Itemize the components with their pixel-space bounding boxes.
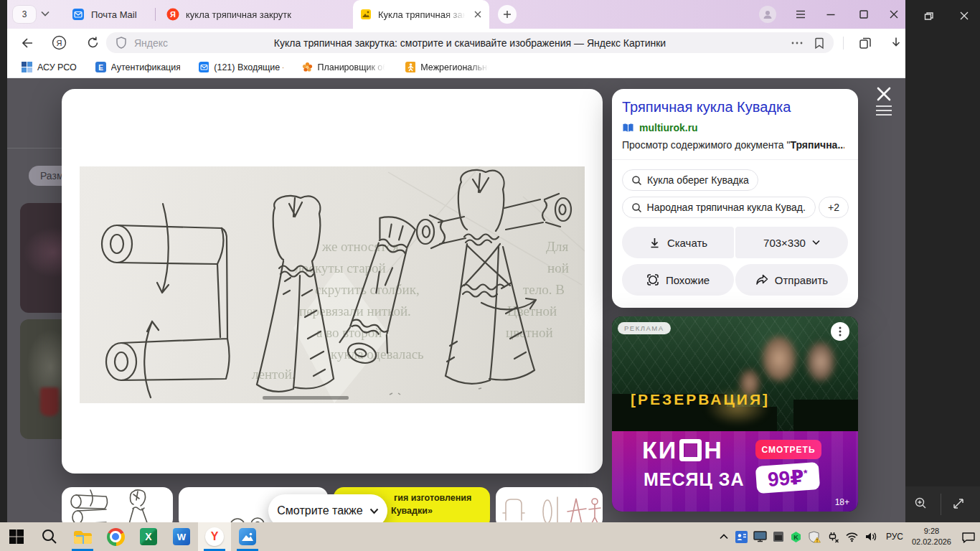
restore-window-icon[interactable] [923,10,934,22]
share-button[interactable]: Отправить [735,264,848,296]
browser-menu-icon[interactable] [795,9,806,20]
new-tab-button[interactable] [498,5,517,24]
image-title-link[interactable]: Тряпичная кукла Кувадка [622,99,791,116]
collections-icon[interactable] [858,36,872,50]
image-info-panel: Тряпичная кукла Кувадка multiurok.ru Про… [612,89,858,308]
svg-text:Е: Е [98,64,103,72]
ad-movie-poster: РЕКЛАМА [РЕЗЕРВАЦИЯ] [612,316,858,431]
close-tab-icon[interactable] [473,10,482,19]
wifi-icon[interactable] [845,532,859,542]
taskbar-word[interactable]: W [165,522,198,551]
kaspersky-icon[interactable]: K [790,531,802,543]
clock[interactable]: 9:28 02.02.2026 [912,526,951,547]
yandex-icon: Я [166,8,179,21]
close-window-icon-background-app[interactable] [958,10,970,22]
divider [941,494,941,515]
tab-images-active[interactable]: Кукла тряпичная закру [353,0,489,29]
bookmark-planner[interactable]: Планировщик об [302,62,387,72]
bookmarks-bar: АСУ РСО Е Аутентификация (121) Входящие … [7,57,905,78]
source-site-link[interactable]: multiurok.ru [622,122,698,133]
ad-price-badge: 99₽* [755,462,820,494]
ad-menu-kebab-icon[interactable] [831,322,849,341]
power-plug-icon[interactable] [826,531,839,543]
url-bar[interactable]: Яндекс Кукла тряпичная закрутка: смотрит… [106,32,834,53]
ad-watch-button[interactable]: СМОТРЕТЬ [755,440,821,459]
fullscreen-expand-icon[interactable] [951,496,966,511]
speaker-icon[interactable] [864,531,877,542]
taskbar-yandex-browser[interactable]: Y [198,522,231,551]
language-indicator[interactable]: РУС [886,532,903,542]
download-button[interactable]: Скачать [622,227,734,258]
tray-display-icon[interactable] [753,531,767,542]
toolbar-divider [843,37,844,50]
minimize-window-icon[interactable] [825,9,837,20]
profile-avatar-icon[interactable] [759,6,776,23]
related-query-chip[interactable]: Кукла оберег Кувадка [622,169,758,191]
tray-contact-app-icon[interactable] [735,531,748,543]
sketch-step1-scroll [102,204,230,397]
yandex-browser-icon[interactable]: Я [52,35,67,50]
related-thumbnail[interactable] [62,487,173,522]
main-image-card: же относятся Для лоскуты старой ной скру… [62,89,603,474]
security-shield-warning-icon[interactable] [808,531,821,543]
share-arrow-icon [755,274,768,286]
tab-bar: 3 Почта Mail Я кукла тряпичная закрутк [7,0,905,29]
taskbar-excel[interactable]: X [132,522,165,551]
image-search-lens-icon [646,273,659,286]
browser-window: 3 Почта Mail Я кукла тряпичная закрутк [7,0,905,522]
zoom-in-icon[interactable] [914,496,928,511]
ad-movie-title: [РЕЗЕРВАЦИЯ] [631,391,770,408]
size-select-button[interactable]: 703×330 [735,227,848,258]
ad-banner[interactable]: РЕКЛАМА [РЕЗЕРВАЦИЯ] КИН СМОТРЕТЬ МЕСЯЦ … [612,316,858,512]
taskbar-photos[interactable] [231,522,264,551]
similar-images-button[interactable]: Похожие [622,264,734,296]
windows-logo-icon [9,529,24,545]
ad-age-rating: 18+ [835,497,849,507]
flower-icon [302,62,313,72]
taskbar-file-explorer[interactable] [66,522,99,551]
tray-expand-icon[interactable] [718,532,730,542]
actor-face [763,336,796,381]
tray-app-window-icon[interactable] [773,531,784,542]
desktop: 3 Почта Mail Я кукла тряпичная закрутк [0,0,980,551]
back-icon[interactable] [20,36,34,50]
system-tray: K РУС 9:28 02.02.2026 [718,522,976,551]
kion-logo-o [679,439,702,461]
bookmark-asu-rso[interactable]: АСУ РСО [22,62,77,72]
bookmark-auth[interactable]: Е Аутентификация [95,62,180,72]
kion-logo: КИН [642,436,723,464]
viewer-menu-icon[interactable] [875,104,892,117]
scan-text: кукла одевалась [331,347,424,362]
tabs-dropdown-chevron-icon[interactable] [40,10,50,17]
dim-filter-divider [7,148,62,149]
svg-text:Я: Я [170,10,176,19]
image-icon [360,9,372,20]
more-queries-chip[interactable]: +2 [819,197,849,218]
auth-e-icon: Е [95,62,106,72]
excel-icon: X [140,528,157,545]
action-center-icon[interactable] [961,531,976,543]
ad-price-label: МЕСЯЦ ЗА [644,469,744,490]
close-viewer-icon[interactable] [875,85,892,103]
refresh-icon[interactable] [86,36,100,50]
tab-yandex-search[interactable]: Я кукла тряпичная закрутк [159,0,363,29]
ad-offer-section: КИН СМОТРЕТЬ МЕСЯЦ ЗА 99₽* 18+ [612,431,858,512]
maximize-window-icon[interactable] [858,9,870,20]
bookmark-interregional[interactable]: Межрегионально [405,62,490,72]
background-app-window-controls [905,0,980,32]
see-also-button[interactable]: Смотрите также [268,494,387,522]
taskbar-chrome[interactable] [99,522,132,551]
mini-sketch-doll [128,490,149,522]
related-thumbnail[interactable] [496,487,603,522]
doll-skirt-shape [40,387,59,416]
image-description: Просмотр содержимого документа "Тряпична… [622,139,844,151]
tab-counter-button[interactable]: 3 [13,6,36,23]
downloads-icon[interactable] [890,36,903,50]
bookmark-inbox[interactable]: (121) Входящие - [199,62,283,72]
close-window-icon[interactable] [888,9,900,20]
doll-tutorial-image[interactable]: же относятся Для лоскуты старой ной скру… [80,166,585,403]
taskbar-search-button[interactable] [33,522,66,551]
folder-icon [73,529,93,545]
related-query-chip[interactable]: Народная тряпичная кукла Кувад... [622,197,816,218]
start-button[interactable] [0,522,33,551]
